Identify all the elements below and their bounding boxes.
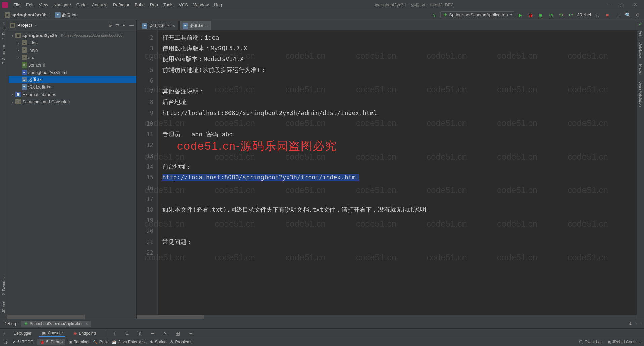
menu-help[interactable]: Help <box>211 0 226 10</box>
tree-scratches[interactable]: ▸⊡ Scratches and Consoles <box>9 98 136 105</box>
tree-item[interactable]: ▸≡.mvn <box>9 46 136 54</box>
menu-file[interactable]: File <box>11 0 23 10</box>
module-icon: ≡ <box>22 70 27 75</box>
debug-button[interactable]: 🐞 <box>527 11 534 19</box>
sidebar-tab-project[interactable]: 1: Project <box>1 21 6 41</box>
close-icon[interactable]: × <box>173 24 175 28</box>
profile-button[interactable]: ◔ <box>547 11 555 19</box>
menu-navigate[interactable]: Navigate <box>51 0 73 10</box>
menu-view[interactable]: View <box>36 0 51 10</box>
menu-build[interactable]: Build <box>132 0 147 10</box>
lib-icon: ⊞ <box>15 92 21 97</box>
bottom-tab-problems[interactable]: ⚠Problems <box>170 340 192 344</box>
tree-item[interactable]: mpom.xml <box>9 61 136 69</box>
jrebel-console[interactable]: ▣ JRebel Console <box>607 340 641 344</box>
jrebel-debug-icon[interactable]: ⟳ <box>567 11 575 19</box>
sidebar-tab-beanvalidation[interactable]: Bean Validation <box>638 79 643 109</box>
build-hammer-icon[interactable]: ↘ <box>430 11 438 19</box>
close-button[interactable]: ✕ <box>629 2 642 7</box>
xml-icon: m <box>22 62 27 68</box>
trace-icon[interactable]: ≣ <box>187 330 195 337</box>
tree-item[interactable]: ≡springboot2yx3h.iml <box>9 69 136 76</box>
editor-tab[interactable]: ≡必看.txt× <box>179 21 211 30</box>
stop-button[interactable]: ■ <box>604 11 611 19</box>
folder-icon: ≡ <box>22 47 27 53</box>
settings-icon[interactable]: ⚙ <box>634 11 641 19</box>
tab-icon: 🐞 <box>40 340 45 344</box>
run-config-select[interactable]: ❀ SpringbootSchemaApplication <box>440 11 514 18</box>
menu-bar: FileEditViewNavigateCodeAnalyzeRefactorB… <box>0 0 644 10</box>
menu-analyze[interactable]: Analyze <box>89 0 110 10</box>
locate-icon[interactable]: ⊕ <box>108 23 112 28</box>
debugger-tab[interactable]: Debugger <box>11 330 34 336</box>
menu-refactor[interactable]: Refactor <box>110 0 132 10</box>
run-to-cursor-icon[interactable]: ⇲ <box>162 330 169 337</box>
step-out-icon[interactable]: ↥ <box>136 330 144 337</box>
tree-root[interactable]: ▾ ▣ springboot2yx3h K:\needProccess\2023… <box>9 32 136 39</box>
console-tab[interactable]: ▣ Console <box>39 330 65 337</box>
gear-icon[interactable]: ✶ <box>122 23 126 28</box>
code-area[interactable]: 打开工具前端：idea 使用数据库版本：MySQL5.7.X 使用Vue版本：N… <box>158 30 637 315</box>
editor-tab[interactable]: ≡说明文档.txt× <box>139 21 179 30</box>
bottom-tab-todo[interactable]: ✔6: TODO <box>12 340 34 344</box>
folder-icon: ≡ <box>22 40 27 45</box>
close-icon[interactable]: × <box>205 24 208 28</box>
bottom-tab-debug[interactable]: 🐞5: Debug <box>37 339 66 345</box>
jrebel-run-icon[interactable]: ⟲ <box>557 11 565 19</box>
menu-code[interactable]: Code <box>74 0 89 10</box>
coverage-button[interactable]: ▣ <box>537 11 545 19</box>
menu-run[interactable]: Run <box>147 0 161 10</box>
menu-vcs[interactable]: VCS <box>176 0 191 10</box>
tree-item[interactable]: ▸≡.idea <box>9 39 136 46</box>
event-log[interactable]: ◯ Event Log <box>579 340 603 344</box>
force-step-icon[interactable]: ⇥ <box>149 330 156 337</box>
tool-window-quick-icon[interactable]: ▢ <box>3 340 7 344</box>
tree-item[interactable]: ≡必看.txt <box>9 76 136 83</box>
run-button[interactable]: ▶ <box>517 11 524 19</box>
sidebar-tab-structure[interactable]: 7: Structure <box>1 43 6 66</box>
tree-external-libs[interactable]: ▸⊞ External Libraries <box>9 91 136 98</box>
step-into-icon[interactable]: ↧ <box>123 330 131 337</box>
minimize-icon[interactable]: — <box>636 321 641 326</box>
debug-session-tab[interactable]: ❀ SpringbootSchemaApplication × <box>21 321 91 327</box>
endpoints-tab[interactable]: ◉ Endpoints <box>71 330 99 336</box>
project-tree[interactable]: ▾ ▣ springboot2yx3h K:\needProccess\2023… <box>7 30 136 315</box>
jrebel-label[interactable]: JRebel <box>577 12 591 17</box>
project-panel-title[interactable]: ▣ Project <box>10 23 108 28</box>
expand-icon[interactable]: ⇆ <box>115 23 119 28</box>
sidebar-tab-ant[interactable]: Ant <box>638 29 643 38</box>
toolbar: ▣ springboot2yx3h 〉 ≡ 必看.txt ↘ ❀ Springb… <box>0 10 644 20</box>
sidebar-tab-maven[interactable]: Maven <box>638 62 643 77</box>
menu-window[interactable]: Window <box>191 0 211 10</box>
sidebar-tab-jrebel[interactable]: JRebel <box>1 299 6 315</box>
file-icon: ≡ <box>55 12 61 18</box>
folder-icon: ≡ <box>22 55 27 60</box>
tab-icon: ❀ <box>150 340 153 344</box>
maximize-button[interactable]: ▢ <box>615 2 629 7</box>
minimize-button[interactable]: — <box>602 2 615 7</box>
editor-hscroll[interactable] <box>137 315 637 319</box>
vcs-update-icon[interactable]: ⬚ <box>614 11 621 19</box>
gear-icon[interactable]: ✶ <box>629 321 632 326</box>
sidebar-tab-favorites[interactable]: 2: Favorites <box>1 274 6 297</box>
sidebar-tab-database[interactable]: Database <box>638 40 643 60</box>
spring-leaf-icon: ❀ <box>443 12 447 17</box>
bottom-tab-build[interactable]: 🔨Build <box>93 340 109 344</box>
menu-edit[interactable]: Edit <box>23 0 36 10</box>
evaluate-icon[interactable]: ▦ <box>174 330 182 337</box>
bottom-tab-javaenterprise[interactable]: ☕Java Enterprise <box>112 340 146 344</box>
step-over-icon[interactable]: ⤵ <box>111 330 118 337</box>
tree-item[interactable]: ≡说明文档.txt <box>9 83 136 91</box>
project-hscroll[interactable] <box>7 315 136 319</box>
collapse-icon[interactable]: — <box>129 23 134 28</box>
bottom-tab-terminal[interactable]: ▣Terminal <box>69 340 89 344</box>
breadcrumb[interactable]: ▣ springboot2yx3h 〉 ≡ 必看.txt <box>3 12 78 18</box>
close-icon[interactable]: × <box>86 321 88 326</box>
search-icon[interactable]: 🔍 <box>624 11 631 19</box>
bottom-tab-spring[interactable]: ❀Spring <box>150 340 167 344</box>
endpoints-icon: ◉ <box>73 331 77 336</box>
scratch-icon: ⊡ <box>15 99 21 104</box>
tree-item[interactable]: ▸≡src <box>9 54 136 61</box>
attach-icon[interactable]: ⎌ <box>594 11 601 19</box>
menu-tools[interactable]: Tools <box>161 0 176 10</box>
